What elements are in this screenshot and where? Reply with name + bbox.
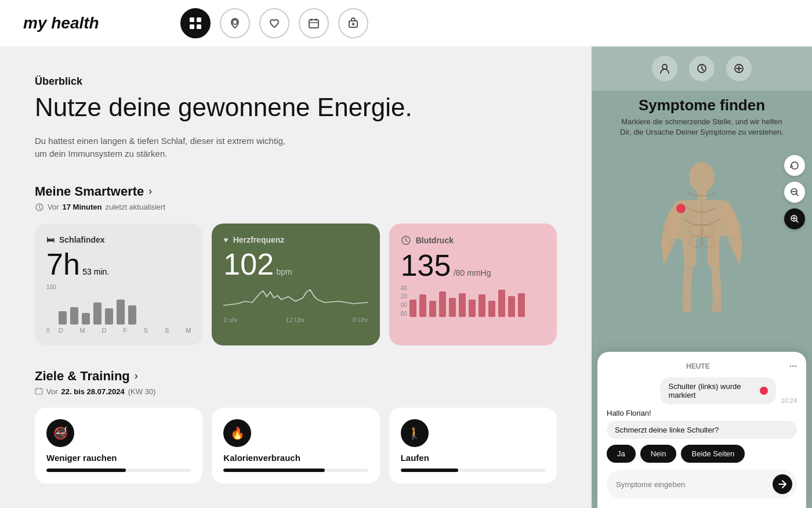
calories-label: Kalorienverbrauch bbox=[223, 453, 368, 463]
sleep-card-header: 🛏 Schlafindex bbox=[46, 235, 191, 244]
chat-input-row bbox=[607, 470, 797, 499]
overview-label: Überblick bbox=[35, 75, 557, 88]
goal-card-running: 🚶 Laufen bbox=[389, 408, 557, 484]
blood-unit: /80 mmHg bbox=[454, 268, 491, 278]
svg-rect-14 bbox=[35, 388, 42, 394]
running-progress-fill bbox=[401, 469, 459, 472]
ziele-title: Ziele & Training bbox=[35, 369, 130, 384]
right-panel: Symptome finden Markiere die schmerzende… bbox=[592, 46, 812, 508]
panel-health-btn[interactable] bbox=[726, 56, 752, 81]
heart-value: 102 bbox=[223, 247, 274, 281]
chat-yes-btn[interactable]: Ja bbox=[607, 445, 636, 463]
calories-progress-bar bbox=[223, 469, 368, 472]
svg-rect-2 bbox=[190, 24, 194, 29]
heart-card-header: ♥ Herzfrequenz bbox=[223, 235, 368, 244]
zoom-in-btn[interactable] bbox=[784, 208, 805, 229]
chat-red-dot bbox=[760, 387, 768, 395]
chat-header: HEUTE ··· bbox=[607, 361, 797, 372]
nav-dashboard[interactable] bbox=[180, 8, 211, 38]
body-figure-area bbox=[592, 143, 812, 352]
svg-line-34 bbox=[796, 220, 798, 222]
ziele-arrow[interactable]: › bbox=[135, 370, 138, 382]
updated-prefix: Vor bbox=[48, 203, 59, 211]
smoking-progress-bar bbox=[46, 469, 191, 472]
svg-point-22 bbox=[689, 162, 715, 192]
chat-both-btn[interactable]: Beide Seiten bbox=[681, 445, 745, 463]
svg-rect-3 bbox=[197, 24, 201, 29]
main-layout: Überblick Nutze deine gewonnene Energie.… bbox=[0, 46, 812, 508]
smartwerte-section: Meine Smartwerte › Vor 17 Minuten zuletz… bbox=[35, 184, 557, 345]
calories-icon: 🔥 bbox=[223, 419, 251, 447]
chat-panel: HEUTE ··· 10:24 Schulter (links) wurde m… bbox=[597, 352, 806, 508]
symptom-title: Symptome finden bbox=[592, 91, 812, 117]
svg-line-31 bbox=[796, 193, 798, 196]
blood-chart-wrap: 40 20 00 80 bbox=[401, 285, 545, 317]
chat-marked-bubble: Schulter (links) wurde markiert bbox=[660, 377, 776, 404]
zoom-out-btn[interactable] bbox=[784, 182, 805, 203]
running-icon: 🚶 bbox=[401, 419, 429, 447]
heart-card: ♥ Herzfrequenz 102 bpm 0 uhr bbox=[212, 224, 379, 345]
body-tools bbox=[784, 155, 805, 229]
blood-value-row: 135 /80 mmHg bbox=[401, 250, 545, 280]
chat-input[interactable] bbox=[616, 480, 768, 489]
smartwerte-subtitle: Vor 17 Minuten zuletzt aktualisiert bbox=[35, 203, 557, 212]
svg-rect-5 bbox=[309, 20, 318, 28]
overview-section: Überblick Nutze deine gewonnene Energie.… bbox=[35, 75, 557, 161]
heart-value-row: 102 bpm bbox=[223, 249, 368, 279]
blood-card-header: Blutdruck bbox=[401, 235, 545, 246]
symptom-subtitle: Markiere die schmerzende Stelle, und wir… bbox=[592, 117, 812, 143]
heart-chart bbox=[223, 285, 368, 314]
sleep-value-row: 7h 53 min. bbox=[46, 249, 191, 279]
heart-label: Herzfrequenz bbox=[233, 235, 285, 244]
nav-location[interactable] bbox=[220, 8, 250, 38]
sleep-chart bbox=[59, 290, 191, 325]
panel-history-btn[interactable] bbox=[689, 56, 715, 81]
panel-top-icons bbox=[592, 46, 812, 91]
chat-no-btn[interactable]: Nein bbox=[640, 445, 677, 463]
main-heading: Nutze deine gewonnene Energie. bbox=[35, 92, 557, 123]
chat-greeting: Hallo Florian! bbox=[607, 409, 797, 417]
nav-icons bbox=[180, 8, 368, 38]
goal-card-smoking: 🚭 Weniger rauchen bbox=[35, 408, 202, 484]
sleep-axis-labels: D M D F S S M bbox=[59, 327, 191, 334]
sleep-card: 🛏 Schlafindex 7h 53 min. 100 0 bbox=[35, 224, 202, 345]
updated-suffix: zuletzt aktualisiert bbox=[105, 203, 165, 211]
sleep-y-labels: 100 0 bbox=[46, 284, 56, 334]
smartwerte-arrow[interactable]: › bbox=[148, 185, 152, 197]
panel-profile-btn[interactable] bbox=[652, 56, 677, 81]
heart-axis: 0 uhr 12 Uhr 0 Uhr bbox=[223, 316, 368, 323]
header: my health bbox=[0, 0, 812, 46]
ziele-section: Ziele & Training › Vor 22. bis 28.07.202… bbox=[35, 369, 557, 484]
smoking-label: Weniger rauchen bbox=[46, 453, 191, 463]
smoking-icon: 🚭 bbox=[46, 419, 74, 447]
chat-time: 10:24 bbox=[781, 397, 797, 404]
svg-rect-1 bbox=[197, 17, 201, 22]
body-figure-svg bbox=[655, 161, 748, 335]
chat-question: Schmerzt deine linke Schulter? bbox=[607, 421, 797, 439]
sleep-chart-wrap: D M D F S S M bbox=[59, 284, 191, 334]
svg-point-29 bbox=[676, 204, 686, 213]
rotate-btn[interactable] bbox=[784, 155, 805, 176]
ziele-date: 22. bis 28.07.2024 bbox=[61, 387, 125, 396]
heart-icon: ♥ bbox=[223, 235, 228, 244]
nav-calendar[interactable] bbox=[299, 8, 329, 38]
ziele-subtitle: Vor 22. bis 28.07.2024 (KW 30) bbox=[35, 387, 557, 396]
blood-label: Blutdruck bbox=[416, 236, 454, 245]
chat-actions: Ja Nein Beide Seiten bbox=[607, 445, 797, 463]
sleep-chart-container: 100 0 bbox=[46, 284, 191, 334]
nav-medical[interactable] bbox=[338, 8, 368, 38]
blood-y-labels: 40 20 00 80 bbox=[401, 285, 407, 317]
svg-point-17 bbox=[662, 64, 667, 69]
chat-menu-btn[interactable]: ··· bbox=[789, 361, 797, 372]
nav-heart[interactable] bbox=[259, 8, 289, 38]
running-label: Laufen bbox=[401, 453, 545, 463]
content-area: Überblick Nutze deine gewonnene Energie.… bbox=[0, 46, 592, 508]
heart-unit: bpm bbox=[277, 267, 292, 276]
ziele-date-suffix: (KW 30) bbox=[128, 387, 156, 396]
smartwerte-cards: 🛏 Schlafindex 7h 53 min. 100 0 bbox=[35, 224, 557, 345]
goal-card-calories: 🔥 Kalorienverbrauch bbox=[212, 408, 379, 484]
smoking-progress-fill bbox=[46, 469, 126, 472]
blood-bars bbox=[409, 285, 525, 317]
sleep-unit: 53 min. bbox=[82, 267, 109, 276]
chat-send-btn[interactable] bbox=[773, 474, 792, 494]
